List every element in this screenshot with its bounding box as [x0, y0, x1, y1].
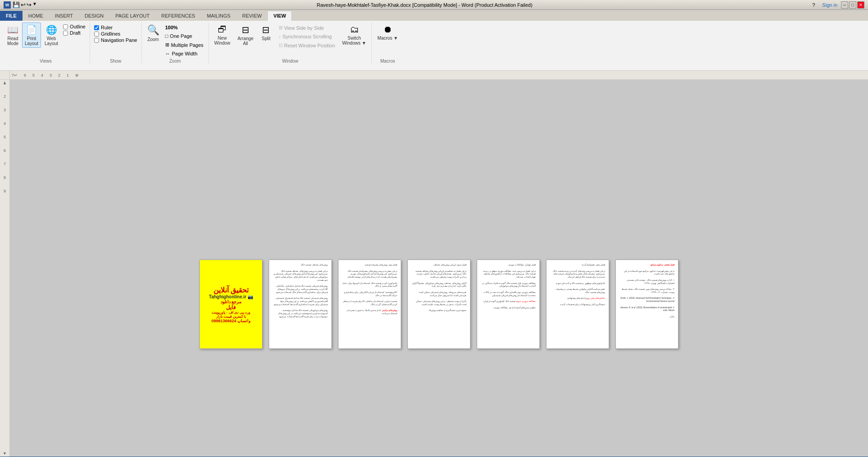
arrange-all-icon: ⊟ — [242, 24, 249, 35]
page-3-content: فصل دوم: روش‌های پیشرفته تصفیه در این بخ… — [339, 260, 401, 319]
page-thumbnail-7[interactable]: فصل ششم: منابع و مراجع در این بخش فهرست … — [615, 260, 678, 349]
help-icon[interactable]: ? — [812, 2, 815, 8]
tab-insert[interactable]: INSERT — [49, 11, 79, 21]
ruler-mark-2: 2 — [58, 73, 60, 78]
zoom-100-button[interactable]: 100% — [163, 23, 206, 32]
synchronous-scrolling-button[interactable]: ↕ Synchronous Scrolling — [276, 32, 338, 41]
view-side-by-side-button[interactable]: ⊞ View Side by Side — [276, 23, 338, 32]
page-thumbnail-3[interactable]: فصل دوم: روش‌های پیشرفته تصفیه در این بخ… — [338, 260, 401, 349]
tab-view[interactable]: VIEW — [267, 11, 292, 21]
sync-scroll-label: Synchronous Scrolling — [282, 34, 331, 39]
print-layout-label: PrintLayout — [25, 36, 38, 46]
ribbon: FILE HOME INSERT DESIGN PAGE LAYOUT REFE… — [0, 10, 868, 71]
split-icon: ⊟ — [262, 24, 270, 35]
print-layout-button[interactable]: 📄 PrintLayout — [22, 23, 41, 48]
gridlines-check[interactable]: Gridlines — [93, 31, 139, 37]
view-options-col: Outline Draft — [62, 23, 87, 36]
gridlines-label: Gridlines — [101, 31, 120, 37]
group-window: 🗗 NewWindow ⊟ ArrangeAll ⊟ Split — [209, 23, 372, 64]
gridlines-checkbox[interactable] — [94, 32, 99, 37]
macros-arrow: ▼ — [393, 36, 398, 41]
ribbon-content: 📖 ReadMode 📄 PrintLayout 🌐 WebLayout Out — [0, 21, 868, 64]
ruler-tab-stop[interactable]: ⊕ — [75, 73, 79, 78]
ruler-label: Ruler — [101, 25, 113, 30]
tab-home[interactable]: HOME — [23, 11, 49, 21]
nav-pane-check[interactable]: Navigation Pane — [93, 37, 139, 43]
switch-windows-label: SwitchWindows ▼ — [342, 36, 366, 46]
tab-design[interactable]: DESIGN — [79, 11, 109, 21]
nav-pane-checkbox[interactable] — [94, 38, 99, 43]
multiple-pages-button[interactable]: ⊞ Multiple Pages — [163, 41, 206, 49]
scroll-down-button[interactable]: ▼ — [0, 451, 9, 456]
page-width-button[interactable]: ↔ Page Width — [163, 50, 206, 58]
window-title: Ravesh-haye-Mokhtalef-Tasfiye-Khak.docx … — [37, 2, 812, 8]
ruler-h-numbers: 7↵ 6 5 4 3 2 1 ⊕ — [10, 71, 868, 79]
tab-mailings[interactable]: MAILINGS — [201, 11, 236, 21]
web-layout-button[interactable]: 🌐 WebLayout — [42, 23, 61, 48]
multiple-pages-icon: ⊞ — [165, 42, 169, 48]
page-thumbnail-4[interactable]: فصل سوم: ارزیابی روش‌های مختلف در این فص… — [407, 260, 470, 349]
ruler-corner — [0, 71, 10, 79]
split-label: Split — [262, 36, 270, 41]
page-1-ad-content: تحقیق آنلاین Tahghighonline.ir 📷 مرجع دا… — [200, 260, 262, 348]
new-window-button[interactable]: 🗗 NewWindow — [212, 23, 233, 47]
page-7-content: فصل ششم: منابع و مراجع در این بخش فهرست … — [616, 260, 678, 322]
show-content: Ruler Gridlines Navigation Pane — [93, 23, 139, 58]
ruler-checkbox[interactable] — [94, 25, 99, 30]
read-mode-icon: 📖 — [7, 24, 18, 35]
ruler-v-mark-8: 8 — [4, 175, 6, 180]
page-thumbnail-1[interactable]: تحقیق آنلاین Tahghighonline.ir 📷 مرجع دا… — [199, 260, 262, 349]
draft-check[interactable]: Draft — [62, 30, 87, 36]
close-button[interactable]: ✕ — [857, 1, 864, 9]
titlebar: W 💾 ↩ ↪ ▼ Ravesh-haye-Mokhtalef-Tasfiye-… — [0, 0, 868, 10]
outline-checkbox[interactable] — [63, 24, 68, 29]
scroll-up-button[interactable]: ▲ — [0, 81, 9, 85]
ruler-mark-7: 7↵ — [12, 73, 18, 78]
tab-review[interactable]: REVIEW — [236, 11, 267, 21]
ruler-mark-1: 1 — [67, 73, 69, 78]
split-button[interactable]: ⊟ Split — [258, 23, 274, 43]
redo-icon[interactable]: ↪ — [27, 1, 32, 8]
outline-label: Outline — [70, 24, 86, 29]
restore-button[interactable]: □ — [849, 1, 856, 9]
undo-icon[interactable]: ↩ — [21, 1, 26, 8]
page-width-label: Page Width — [172, 51, 198, 56]
switch-windows-button[interactable]: 🗂 SwitchWindows ▼ — [339, 23, 369, 47]
arrange-all-button[interactable]: ⊟ ArrangeAll — [235, 23, 256, 48]
draft-checkbox[interactable] — [63, 31, 68, 36]
ruler-v-numbers: 1 2 3 4 5 6 7 8 9 — [0, 80, 9, 193]
ruler-v-mark-4: 4 — [4, 121, 6, 126]
tab-references[interactable]: REFERENCES — [155, 11, 201, 21]
signin-link[interactable]: Sign in — [822, 2, 837, 8]
zoom-button[interactable]: 🔍 Zoom — [145, 23, 162, 44]
tab-file[interactable]: FILE — [0, 11, 23, 21]
page-thumbnail-5[interactable]: فصل چهارم: مطالعات موردی در این فصل به ب… — [477, 260, 540, 349]
one-page-label: One Page — [170, 33, 192, 39]
document-canvas[interactable]: تحقیق آنلاین Tahghighonline.ir 📷 مرجع دا… — [10, 80, 868, 457]
page-thumbnail-6[interactable]: فصل پنجم: چشم‌انداز آینده در این فصل به … — [546, 260, 609, 349]
show-col: Ruler Gridlines Navigation Pane — [93, 24, 139, 43]
switch-windows-icon: 🗂 — [350, 24, 359, 35]
customize-icon[interactable]: ▼ — [32, 1, 37, 8]
save-icon[interactable]: 💾 — [13, 1, 20, 8]
outline-check[interactable]: Outline — [62, 23, 87, 30]
views-group-label: Views — [5, 59, 87, 64]
tab-page-layout[interactable]: PAGE LAYOUT — [109, 11, 155, 21]
minimize-button[interactable]: ─ — [841, 1, 848, 9]
one-page-button[interactable]: □ One Page — [163, 32, 206, 40]
page-thumbnail-2[interactable]: روش‌های مختلف تصفیه خاک در این فصل به بر… — [269, 260, 332, 349]
ruler-v-mark-7: 7 — [4, 162, 6, 166]
ruler-check[interactable]: Ruler — [93, 24, 139, 31]
macros-button[interactable]: ⏺ Macros ▼ — [375, 23, 400, 42]
read-mode-label: ReadMode — [7, 36, 18, 46]
pages-container: تحقیق آنلاین Tahghighonline.ir 📷 مرجع دا… — [190, 251, 687, 358]
ruler-v-mark-5: 5 — [4, 135, 6, 139]
quick-access-toolbar: 💾 ↩ ↪ ▼ — [13, 1, 37, 8]
macros-icon: ⏺ — [383, 24, 392, 35]
reset-window-label: Reset Window Position — [284, 43, 335, 48]
reset-window-position-button[interactable]: ⊡ Reset Window Position — [276, 41, 338, 50]
read-mode-button[interactable]: 📖 ReadMode — [5, 23, 21, 48]
view-side-by-side-label: View Side by Side — [284, 25, 324, 31]
group-zoom: 🔍 Zoom 100% □ One Page ⊞ Multiple Pages … — [142, 23, 209, 64]
ruler-v-mark-3: 3 — [4, 108, 6, 112]
